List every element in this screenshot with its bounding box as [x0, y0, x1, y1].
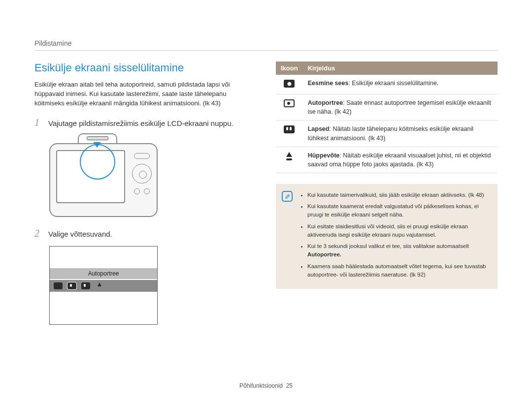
front-in-icon [284, 80, 295, 88]
jump-shot-icon [95, 282, 104, 289]
jump-shot-icon [284, 152, 294, 162]
table-head-desc: Kirjeldus [303, 62, 498, 75]
camera-illustration: F.LCD [49, 143, 167, 217]
note-item: Kui esitate slaidiesitlusi või videoid, … [307, 222, 490, 240]
row-desc: : Esikülje ekraani sisselülitamine. [348, 80, 438, 87]
note-item: Kaamera saab häälestada automaatselt võt… [307, 262, 490, 279]
selection-box: Autoportree [49, 246, 158, 325]
self-portrait-icon [67, 282, 76, 289]
camera-small-button [144, 188, 150, 194]
step-2: 2 Valige võttesuvand. [34, 228, 256, 239]
footer-page: 25 [286, 382, 293, 389]
footer-label: Põhifunktsioonid [239, 382, 283, 389]
camera-small-button [134, 188, 140, 194]
children-icon [81, 282, 90, 289]
intro-text: Esikülje ekraan aitab teil teha autoport… [34, 80, 256, 108]
note-item: Kui te 3 sekundi jooksul valikut ei tee,… [307, 242, 490, 259]
table-row: Eesmine sees: Esikülje ekraani sisselüli… [276, 75, 498, 94]
arrow-down-icon [94, 142, 100, 148]
description-table: Ikoon Kirjeldus Eesmine sees: Esikülje e… [276, 62, 498, 173]
camera-pill-button [134, 153, 150, 159]
table-row: Lapsed: Näitab laste tähelepanu köitmise… [276, 121, 498, 147]
note-icon [282, 191, 293, 202]
row-lead: Lapsed [308, 125, 330, 132]
page-footer: Põhifunktsioonid 25 [0, 382, 532, 389]
note-item: Kui kasutate taimerivalikuid, siis jääb … [307, 191, 490, 199]
row-lead: Hüppevõte [308, 152, 340, 159]
page-title: Esikülje ekraani sisselülitamine [34, 62, 256, 74]
highlight-ring [80, 144, 115, 180]
row-lead: Eesmine sees [308, 80, 349, 87]
step-number: 1 [34, 117, 43, 128]
table-row: Hüppevõte: Näitab esikülje ekraanil visu… [276, 147, 498, 173]
note-box: Kui kasutate taimerivalikuid, siis jääb … [276, 184, 498, 289]
note-item: Kui kasutate kaamerat eredalt valgustatu… [307, 202, 490, 219]
breadcrumb: Pildistamine [34, 39, 498, 51]
step-number: 2 [34, 228, 43, 239]
table-head-icon: Ikoon [276, 62, 303, 75]
flcd-button [87, 136, 108, 140]
step-1: 1 Vajutage pildistamisrežiimis esikülje … [34, 117, 256, 128]
step-text: Vajutage pildistamisrežiimis esikülje LC… [48, 117, 233, 128]
table-row: Autoportree: Saate ennast autoportree te… [276, 94, 498, 121]
self-portrait-icon [284, 99, 295, 107]
left-column: Esikülje ekraani sisselülitamine Esikülj… [34, 62, 256, 325]
front-in-icon [54, 282, 63, 289]
children-icon [284, 125, 295, 133]
camera-dpad [132, 164, 152, 184]
selection-label: Autoportree [50, 268, 157, 279]
right-column: Ikoon Kirjeldus Eesmine sees: Esikülje e… [276, 62, 498, 325]
step-text: Valige võttesuvand. [48, 228, 112, 239]
row-desc: : Näitab laste tähelepanu köitmiseks esi… [308, 125, 473, 141]
row-lead: Autoportree [308, 99, 343, 106]
camera-buttons [132, 153, 152, 194]
selection-icon-row [50, 280, 157, 292]
